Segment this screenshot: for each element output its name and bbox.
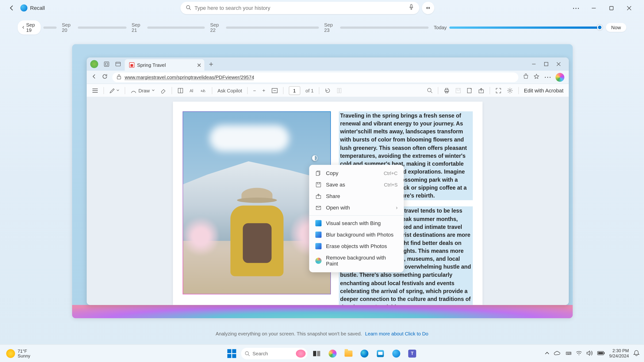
- edge-icon[interactable]: [358, 347, 371, 360]
- close-button[interactable]: [623, 2, 635, 14]
- copilot-icon: [20, 4, 28, 11]
- contents-icon[interactable]: [92, 88, 98, 93]
- battery-icon[interactable]: [597, 351, 605, 356]
- browser-refresh-button[interactable]: [102, 73, 108, 81]
- svg-text:aあ: aあ: [200, 89, 205, 92]
- tab-close-icon[interactable]: ✕: [197, 62, 202, 68]
- page-number-input[interactable]: [289, 86, 300, 95]
- ctx-visual-search-bing[interactable]: Visual search with Bing: [309, 217, 404, 229]
- browser-maximize-button[interactable]: [542, 60, 550, 68]
- timeline-segment[interactable]: [78, 26, 126, 28]
- timeline-active-segment[interactable]: [449, 26, 600, 28]
- svg-text:⌨: ⌨: [566, 351, 571, 356]
- settings-icon[interactable]: [507, 87, 513, 94]
- task-view-button[interactable]: [310, 347, 323, 360]
- browser-close-button[interactable]: [555, 60, 562, 68]
- page-view-icon[interactable]: [336, 87, 342, 94]
- notifications-icon[interactable]: [633, 350, 640, 357]
- address-actions: ⋯: [523, 73, 564, 82]
- read-aloud-icon[interactable]: A: [189, 87, 195, 94]
- selected-image[interactable]: [182, 111, 330, 294]
- svg-rect-7: [117, 76, 121, 79]
- weather-widget[interactable]: 71°F Sunny: [0, 349, 30, 359]
- zoom-in-icon[interactable]: ＋: [262, 87, 266, 94]
- learn-more-link[interactable]: Learn more about Click to Do: [365, 331, 428, 336]
- teams-icon[interactable]: T: [406, 347, 419, 360]
- store-icon[interactable]: [374, 347, 387, 360]
- back-button[interactable]: [5, 2, 18, 14]
- ctx-blur-photos[interactable]: Blur background with Photos: [309, 229, 404, 240]
- wallpaper-peek: [72, 305, 573, 318]
- ctx-copy[interactable]: Copy Ctrl+C: [309, 168, 404, 179]
- svg-rect-29: [317, 351, 320, 356]
- rotate-icon[interactable]: [325, 87, 331, 94]
- history-search-input[interactable]: [194, 5, 405, 11]
- svg-rect-4: [106, 63, 108, 65]
- ctx-remove-bg-paint[interactable]: Remove background with Paint: [309, 252, 404, 270]
- taskbar-search[interactable]: Search: [241, 348, 308, 359]
- app-title: Recall: [20, 4, 45, 11]
- print-icon[interactable]: [444, 87, 450, 94]
- profile-avatar[interactable]: [90, 60, 98, 68]
- fullscreen-icon[interactable]: [495, 87, 502, 94]
- wifi-icon[interactable]: [576, 350, 582, 357]
- timeline-now-button[interactable]: Now: [606, 23, 626, 32]
- draw-tool[interactable]: Draw: [130, 87, 155, 94]
- timeline-start-date[interactable]: Sep 19: [18, 20, 41, 34]
- shopping-icon[interactable]: [523, 73, 529, 81]
- translate-icon[interactable]: aあ: [200, 87, 206, 94]
- ctx-erase-photos[interactable]: Erase objects with Photos: [309, 240, 404, 252]
- address-bar[interactable]: www.margiestravel.com/springtravelideas/…: [112, 72, 518, 82]
- search-icon: [186, 4, 191, 12]
- browser-window-controls: [530, 60, 566, 68]
- ctx-save-as[interactable]: Save as Ctrl+S: [309, 179, 404, 191]
- ask-copilot-button[interactable]: Ask Copilot: [218, 88, 242, 93]
- paint-icon: [315, 258, 322, 264]
- cursor-icon: [312, 153, 320, 161]
- workspaces-icon[interactable]: [102, 59, 112, 69]
- edit-acrobat-button[interactable]: Edit with Acrobat: [524, 87, 564, 94]
- volume-icon[interactable]: [586, 350, 592, 357]
- browser-tab-active[interactable]: Spring Travel ✕: [125, 59, 204, 71]
- erase-icon[interactable]: [160, 87, 166, 94]
- timeline[interactable]: Sep 19 Sep 20 Sep 21 Sep 22 Sep 23 Today…: [0, 16, 644, 34]
- add-text-icon[interactable]: [177, 87, 184, 94]
- share-pdf-icon[interactable]: [478, 87, 484, 94]
- onedrive-icon[interactable]: [554, 350, 560, 357]
- more-icon[interactable]: ⋯: [570, 2, 582, 14]
- timeline-segment[interactable]: [147, 26, 205, 28]
- annotate-icon[interactable]: [466, 87, 473, 94]
- highlighter-icon[interactable]: [109, 87, 119, 94]
- fit-width-icon[interactable]: [272, 88, 278, 93]
- browser-minimize-button[interactable]: [530, 60, 538, 68]
- zoom-out-icon[interactable]: −: [253, 88, 256, 93]
- maximize-button[interactable]: [605, 2, 618, 14]
- ctx-share[interactable]: Share: [309, 191, 404, 202]
- browser-more-icon[interactable]: ⋯: [544, 73, 551, 81]
- tray-chevron-icon[interactable]: [544, 351, 549, 356]
- start-button[interactable]: [225, 347, 238, 360]
- find-icon[interactable]: [427, 88, 432, 93]
- input-indicator-icon[interactable]: ⌨: [565, 350, 571, 357]
- timeline-knob[interactable]: [597, 24, 602, 30]
- copilot-app-icon[interactable]: [390, 347, 403, 360]
- history-search-bar[interactable]: [180, 2, 419, 14]
- timeline-segment[interactable]: [340, 26, 428, 28]
- favorite-icon[interactable]: [533, 73, 540, 81]
- timeline-segment[interactable]: [43, 26, 56, 28]
- new-tab-button[interactable]: ＋: [206, 59, 216, 69]
- explorer-icon[interactable]: [342, 347, 355, 360]
- timeline-toggle-button[interactable]: [422, 2, 434, 14]
- minimize-button[interactable]: [587, 2, 600, 14]
- timeline-segment[interactable]: [226, 26, 319, 28]
- copilot-taskbar-icon[interactable]: [326, 347, 339, 360]
- microphone-icon[interactable]: [408, 4, 414, 12]
- pdf-icon: [129, 62, 134, 67]
- search-icon: [244, 351, 250, 356]
- tab-actions-icon[interactable]: [113, 59, 123, 69]
- save-icon[interactable]: [455, 87, 461, 94]
- ctx-open-with[interactable]: Open with ›: [309, 202, 404, 214]
- browser-back-button[interactable]: [91, 73, 97, 81]
- clock[interactable]: 2:30 PM 9/24/2024: [609, 348, 629, 359]
- copilot-sidebar-icon[interactable]: [556, 73, 564, 82]
